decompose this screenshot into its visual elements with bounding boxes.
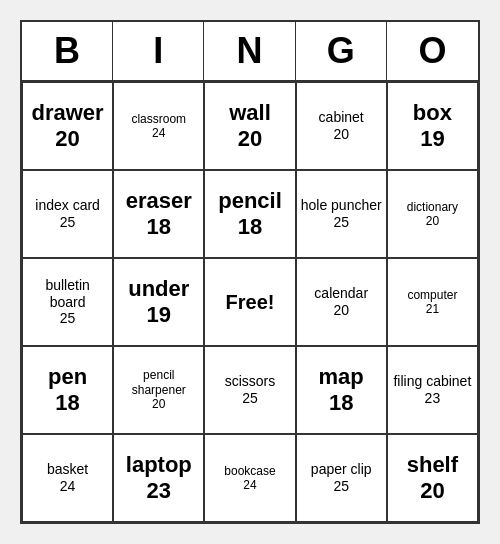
cell-number: 25 — [60, 214, 76, 231]
cell-text: wall — [229, 100, 271, 126]
cell-number: 23 — [147, 478, 171, 504]
cell-text: shelf — [407, 452, 458, 478]
cell-number: 18 — [238, 214, 262, 240]
cell-number: 20 — [333, 126, 349, 143]
cell-number: 24 — [60, 478, 76, 495]
cell-number: 25 — [333, 478, 349, 495]
cell-number: 19 — [420, 126, 444, 152]
cell-text: drawer — [32, 100, 104, 126]
cell-number: 24 — [152, 126, 165, 140]
cell-number: 20 — [55, 126, 79, 152]
bingo-cell: dictionary20 — [387, 170, 478, 258]
cell-text: computer — [407, 288, 457, 302]
cell-text: under — [128, 276, 189, 302]
bingo-cell: pen18 — [22, 346, 113, 434]
cell-number: 20 — [152, 397, 165, 411]
bingo-cell: index card25 — [22, 170, 113, 258]
cell-text: basket — [47, 461, 88, 478]
cell-text: bookcase — [224, 464, 275, 478]
bingo-cell: basket24 — [22, 434, 113, 522]
bingo-cell: under19 — [113, 258, 204, 346]
header-g: G — [296, 22, 387, 80]
bingo-cell: computer21 — [387, 258, 478, 346]
bingo-cell: paper clip25 — [296, 434, 387, 522]
cell-number: 18 — [329, 390, 353, 416]
header-n: N — [204, 22, 295, 80]
bingo-cell: classroom24 — [113, 82, 204, 170]
header-b: B — [22, 22, 113, 80]
cell-text: scissors — [225, 373, 276, 390]
cell-text: hole puncher — [301, 197, 382, 214]
bingo-cell: hole puncher25 — [296, 170, 387, 258]
bingo-cell: box19 — [387, 82, 478, 170]
cell-text: filing cabinet — [393, 373, 471, 390]
cell-text: pencil sharpener — [118, 368, 199, 397]
cell-number: 20 — [333, 302, 349, 319]
cell-number: 18 — [55, 390, 79, 416]
bingo-cell: calendar20 — [296, 258, 387, 346]
cell-text: pencil — [218, 188, 282, 214]
header-o: O — [387, 22, 478, 80]
cell-number: 20 — [426, 214, 439, 228]
bingo-cell: bookcase24 — [204, 434, 295, 522]
cell-text: cabinet — [319, 109, 364, 126]
cell-number: 23 — [425, 390, 441, 407]
bingo-cell: pencil18 — [204, 170, 295, 258]
cell-number: 25 — [333, 214, 349, 231]
cell-number: 25 — [242, 390, 258, 407]
cell-number: 19 — [147, 302, 171, 328]
cell-text: calendar — [314, 285, 368, 302]
cell-number: 25 — [60, 310, 76, 327]
cell-text: map — [319, 364, 364, 390]
cell-number: 21 — [426, 302, 439, 316]
bingo-cell: shelf20 — [387, 434, 478, 522]
cell-text: pen — [48, 364, 87, 390]
bingo-cell: wall20 — [204, 82, 295, 170]
cell-text: index card — [35, 197, 100, 214]
cell-text: box — [413, 100, 452, 126]
cell-text: bulletin board — [27, 277, 108, 311]
bingo-grid: drawer20classroom24wall20cabinet20box19i… — [22, 82, 478, 522]
bingo-cell: laptop23 — [113, 434, 204, 522]
cell-text: classroom — [131, 112, 186, 126]
bingo-cell: Free! — [204, 258, 295, 346]
bingo-cell: pencil sharpener20 — [113, 346, 204, 434]
cell-text: dictionary — [407, 200, 458, 214]
header-i: I — [113, 22, 204, 80]
cell-text: laptop — [126, 452, 192, 478]
bingo-cell: drawer20 — [22, 82, 113, 170]
cell-number: 20 — [420, 478, 444, 504]
bingo-cell: filing cabinet23 — [387, 346, 478, 434]
cell-text: eraser — [126, 188, 192, 214]
cell-number: 24 — [243, 478, 256, 492]
cell-number: 18 — [147, 214, 171, 240]
bingo-cell: eraser18 — [113, 170, 204, 258]
cell-number: 20 — [238, 126, 262, 152]
bingo-cell: scissors25 — [204, 346, 295, 434]
cell-text: paper clip — [311, 461, 372, 478]
bingo-cell: bulletin board25 — [22, 258, 113, 346]
bingo-header: B I N G O — [22, 22, 478, 82]
bingo-card: B I N G O drawer20classroom24wall20cabin… — [20, 20, 480, 524]
bingo-cell: map18 — [296, 346, 387, 434]
bingo-cell: cabinet20 — [296, 82, 387, 170]
